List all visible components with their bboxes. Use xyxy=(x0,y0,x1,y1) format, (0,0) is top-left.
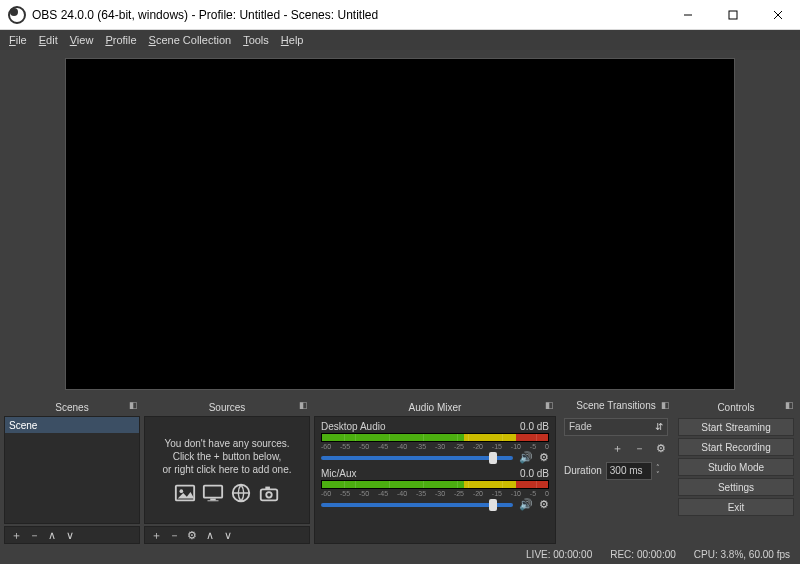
studio-mode-button[interactable]: Studio Mode xyxy=(678,458,794,476)
mixer-title: Audio Mixer xyxy=(409,402,462,413)
svg-rect-7 xyxy=(210,498,216,500)
transition-add-button[interactable]: ＋ xyxy=(610,442,624,456)
popout-icon[interactable]: ◧ xyxy=(545,400,554,410)
sources-empty-line: You don't have any sources. xyxy=(165,437,290,450)
sources-header[interactable]: Sources ◧ xyxy=(144,398,310,416)
popout-icon[interactable]: ◧ xyxy=(129,400,138,410)
mixer-channel: Desktop Audio 0.0 dB -60-55-50-45-40-35-… xyxy=(321,421,549,464)
svg-rect-10 xyxy=(261,489,278,500)
menu-profile[interactable]: Profile xyxy=(99,32,142,48)
status-bar: LIVE: 00:00:00 REC: 00:00:00 CPU: 3.8%, … xyxy=(0,544,800,564)
controls-dock: Controls ◧ Start Streaming Start Recordi… xyxy=(676,398,796,544)
menu-view[interactable]: View xyxy=(64,32,100,48)
scene-down-button[interactable]: ∨ xyxy=(63,528,77,542)
speaker-icon[interactable]: 🔊 xyxy=(519,498,533,511)
transition-select[interactable]: Fade ⇵ xyxy=(564,418,668,436)
scene-add-button[interactable]: ＋ xyxy=(9,528,23,542)
image-icon xyxy=(174,482,196,504)
channel-name: Mic/Aux xyxy=(321,468,357,479)
mixer-channel: Mic/Aux 0.0 dB -60-55-50-45-40-35-30-25-… xyxy=(321,468,549,511)
scene-remove-button[interactable]: － xyxy=(27,528,41,542)
close-button[interactable] xyxy=(755,0,800,30)
status-rec: REC: 00:00:00 xyxy=(610,549,676,560)
transitions-body: Fade ⇵ ＋ － ⚙ Duration 300 ms ˄˅ xyxy=(560,414,672,544)
volume-slider[interactable] xyxy=(321,503,513,507)
menu-edit[interactable]: Edit xyxy=(33,32,64,48)
audio-meter xyxy=(321,480,549,489)
transitions-dock: Scene Transitions ◧ Fade ⇵ ＋ － ⚙ Duratio… xyxy=(560,398,672,544)
status-live: LIVE: 00:00:00 xyxy=(526,549,592,560)
source-down-button[interactable]: ∨ xyxy=(221,528,235,542)
duration-spinner[interactable]: ˄˅ xyxy=(656,464,660,478)
mixer-header[interactable]: Audio Mixer ◧ xyxy=(314,398,556,416)
scenes-dock: Scenes ◧ Scene ＋ － ∧ ∨ xyxy=(4,398,140,544)
source-add-button[interactable]: ＋ xyxy=(149,528,163,542)
svg-rect-8 xyxy=(208,500,219,501)
scene-up-button[interactable]: ∧ xyxy=(45,528,59,542)
preview-area xyxy=(0,50,800,398)
duration-label: Duration xyxy=(564,465,602,476)
settings-button[interactable]: Settings xyxy=(678,478,794,496)
gear-icon[interactable]: ⚙ xyxy=(539,498,549,511)
status-cpu: CPU: 3.8%, 60.00 fps xyxy=(694,549,790,560)
obs-logo-icon xyxy=(8,6,26,24)
channel-name: Desktop Audio xyxy=(321,421,386,432)
audio-meter xyxy=(321,433,549,442)
minimize-button[interactable] xyxy=(665,0,710,30)
menu-tools[interactable]: Tools xyxy=(237,32,275,48)
menu-scene-collection[interactable]: Scene Collection xyxy=(143,32,238,48)
source-properties-button[interactable]: ⚙ xyxy=(185,528,199,542)
start-streaming-button[interactable]: Start Streaming xyxy=(678,418,794,436)
scenes-list[interactable]: Scene xyxy=(4,416,140,524)
speaker-icon[interactable]: 🔊 xyxy=(519,451,533,464)
controls-body: Start Streaming Start Recording Studio M… xyxy=(676,416,796,518)
menu-help[interactable]: Help xyxy=(275,32,310,48)
scenes-title: Scenes xyxy=(55,402,88,413)
sources-title: Sources xyxy=(209,402,246,413)
popout-icon[interactable]: ◧ xyxy=(299,400,308,410)
camera-icon xyxy=(258,482,280,504)
transition-selected: Fade xyxy=(569,421,592,432)
app-body: Scenes ◧ Scene ＋ － ∧ ∨ Sources ◧ You don… xyxy=(0,50,800,564)
menu-bar: File Edit View Profile Scene Collection … xyxy=(0,30,800,50)
menu-file[interactable]: File xyxy=(3,32,33,48)
meter-ticks: -60-55-50-45-40-35-30-25-20-15-10-50 xyxy=(321,490,549,497)
sources-list[interactable]: You don't have any sources. Click the + … xyxy=(144,416,310,524)
gear-icon[interactable]: ⚙ xyxy=(539,451,549,464)
window-title: OBS 24.0.0 (64-bit, windows) - Profile: … xyxy=(32,8,665,22)
maximize-button[interactable] xyxy=(710,0,755,30)
volume-slider[interactable] xyxy=(321,456,513,460)
window-titlebar: OBS 24.0.0 (64-bit, windows) - Profile: … xyxy=(0,0,800,30)
svg-point-5 xyxy=(180,489,184,493)
monitor-icon xyxy=(202,482,224,504)
controls-header[interactable]: Controls ◧ xyxy=(676,398,796,416)
source-up-button[interactable]: ∧ xyxy=(203,528,217,542)
scenes-toolbar: ＋ － ∧ ∨ xyxy=(4,526,140,544)
chevron-updown-icon: ⇵ xyxy=(655,421,663,432)
channel-db: 0.0 dB xyxy=(520,468,549,479)
audio-mixer-dock: Audio Mixer ◧ Desktop Audio 0.0 dB -60-5… xyxy=(314,398,556,544)
scene-item[interactable]: Scene xyxy=(5,417,139,433)
docks-row: Scenes ◧ Scene ＋ － ∧ ∨ Sources ◧ You don… xyxy=(0,398,800,544)
popout-icon[interactable]: ◧ xyxy=(661,400,670,410)
svg-rect-6 xyxy=(204,485,222,497)
svg-rect-1 xyxy=(729,11,737,19)
globe-icon xyxy=(230,482,252,504)
controls-title: Controls xyxy=(717,402,754,413)
channel-db: 0.0 dB xyxy=(520,421,549,432)
duration-input[interactable]: 300 ms xyxy=(606,462,652,480)
meter-ticks: -60-55-50-45-40-35-30-25-20-15-10-50 xyxy=(321,443,549,450)
sources-toolbar: ＋ － ⚙ ∧ ∨ xyxy=(144,526,310,544)
mixer-body: Desktop Audio 0.0 dB -60-55-50-45-40-35-… xyxy=(314,416,556,544)
transitions-header[interactable]: Scene Transitions ◧ xyxy=(560,398,672,414)
transition-remove-button[interactable]: － xyxy=(632,442,646,456)
exit-button[interactable]: Exit xyxy=(678,498,794,516)
scenes-header[interactable]: Scenes ◧ xyxy=(4,398,140,416)
transitions-title: Scene Transitions xyxy=(576,400,656,411)
source-remove-button[interactable]: － xyxy=(167,528,181,542)
popout-icon[interactable]: ◧ xyxy=(785,400,794,410)
start-recording-button[interactable]: Start Recording xyxy=(678,438,794,456)
transition-properties-button[interactable]: ⚙ xyxy=(654,442,668,456)
preview-canvas[interactable] xyxy=(65,58,735,390)
sources-dock: Sources ◧ You don't have any sources. Cl… xyxy=(144,398,310,544)
